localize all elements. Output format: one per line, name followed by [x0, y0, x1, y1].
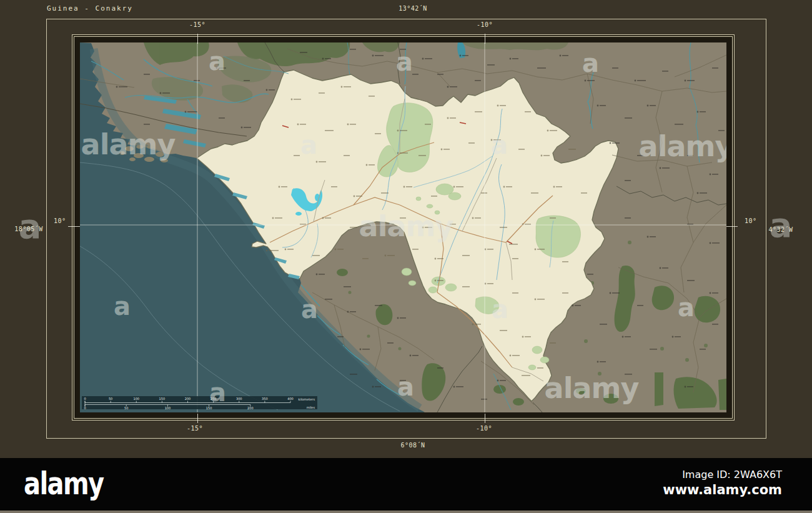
svg-text:0: 0 [84, 397, 86, 401]
graticule-tick [485, 34, 485, 44]
svg-text:a: a [301, 295, 317, 324]
graticule-tick [197, 34, 198, 44]
graticule-tick [68, 226, 80, 227]
svg-text:a: a [492, 295, 508, 324]
graticule-label-right: 10° [745, 217, 757, 224]
graticule-label-left: 10° [54, 217, 66, 224]
topographic-map-guinea: 050100150200250300350400kilometers050100… [80, 42, 726, 412]
graticule-label-top-east: -10° [477, 21, 493, 28]
svg-text:miles: miles [307, 406, 315, 409]
alamy-logo: alamy [24, 466, 103, 502]
graticule-tick [485, 414, 485, 423]
svg-text:kilometers: kilometers [299, 397, 315, 401]
svg-text:100: 100 [165, 406, 171, 410]
svg-text:a: a [491, 131, 507, 159]
svg-text:alamy: alamy [359, 209, 454, 243]
svg-text:a: a [396, 47, 412, 76]
svg-text:50: 50 [109, 397, 112, 401]
alamy-url-text: www.alamy.com [663, 482, 782, 498]
map-frame: 050100150200250300350400kilometers050100… [72, 34, 735, 421]
svg-text:a: a [209, 378, 225, 407]
svg-text:150: 150 [159, 397, 166, 401]
graticule-label-bottom-east: -10° [476, 425, 492, 432]
watermark-letter-left-margin: a [19, 207, 41, 246]
svg-text:alamy: alamy [639, 129, 726, 163]
graticule-label-top-west: -15° [189, 21, 205, 28]
graticule-tick [197, 414, 198, 423]
svg-text:a: a [114, 292, 130, 321]
alamy-footer-bar: alamy Image ID: 2WA6X6T www.alamy.com [0, 458, 812, 511]
bottom-edge-strip [0, 511, 812, 513]
graticule-tick [726, 226, 738, 227]
stock-photo-page: Guinea - Conakry 13°42´N a a -15° -10° -… [0, 0, 812, 513]
scale-bar: 050100150200250300350400kilometers050100… [82, 396, 317, 410]
svg-text:0: 0 [84, 406, 86, 410]
svg-text:200: 200 [247, 406, 254, 410]
watermark-letter-right-margin: a [770, 206, 792, 245]
svg-text:alamy: alamy [545, 371, 640, 405]
svg-text:50: 50 [124, 406, 128, 410]
image-id-text: Image ID: 2WA6X6T [663, 468, 782, 482]
svg-text:a: a [678, 293, 694, 322]
svg-text:350: 350 [262, 397, 268, 401]
svg-text:a: a [582, 49, 598, 77]
graticule-label-bottom-west: -15° [187, 425, 203, 432]
svg-text:400: 400 [287, 397, 294, 401]
south-edge-latitude-label: 6°08´N [400, 442, 425, 449]
svg-text:200: 200 [185, 397, 191, 401]
svg-text:alamy: alamy [81, 127, 176, 161]
north-edge-latitude-label: 13°42´N [399, 5, 427, 12]
svg-text:a: a [209, 47, 225, 76]
svg-text:100: 100 [133, 397, 139, 401]
svg-text:a: a [300, 131, 317, 159]
map-title: Guinea - Conakry [47, 4, 133, 12]
svg-text:300: 300 [236, 397, 242, 401]
svg-text:a: a [397, 372, 413, 401]
